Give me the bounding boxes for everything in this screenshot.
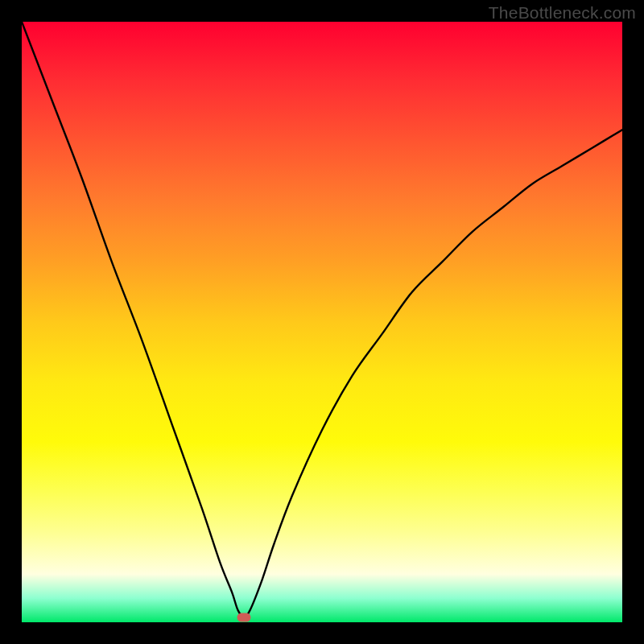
curve-path (22, 22, 622, 617)
chart-area (22, 22, 622, 622)
minimum-marker (237, 613, 251, 622)
watermark-text: TheBottleneck.com (489, 3, 636, 23)
bottleneck-curve (22, 22, 622, 622)
